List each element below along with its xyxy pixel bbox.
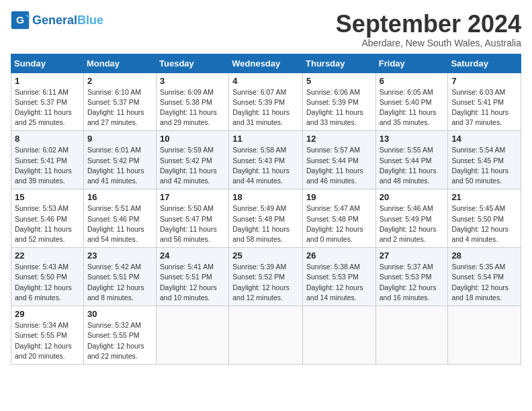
day-info: Sunrise: 6:07 AM Sunset: 5:39 PM Dayligh… xyxy=(232,87,299,128)
day-info: Sunrise: 5:58 AM Sunset: 5:43 PM Dayligh… xyxy=(232,145,299,186)
calendar-cell: 4Sunrise: 6:07 AM Sunset: 5:39 PM Daylig… xyxy=(229,73,303,131)
calendar-cell xyxy=(448,306,521,365)
calendar-cell xyxy=(375,306,448,365)
calendar-cell: 3Sunrise: 6:09 AM Sunset: 5:38 PM Daylig… xyxy=(157,73,229,131)
day-number: 18 xyxy=(232,192,299,202)
day-number: 15 xyxy=(15,192,80,202)
calendar-cell: 16Sunrise: 5:51 AM Sunset: 5:46 PM Dayli… xyxy=(83,189,156,248)
calendar-cell: 30Sunrise: 5:32 AM Sunset: 5:55 PM Dayli… xyxy=(83,306,156,365)
day-number: 9 xyxy=(87,134,152,144)
calendar-cell: 8Sunrise: 6:02 AM Sunset: 5:41 PM Daylig… xyxy=(11,131,84,189)
calendar-cell xyxy=(303,306,376,365)
day-info: Sunrise: 6:05 AM Sunset: 5:40 PM Dayligh… xyxy=(380,87,445,128)
day-number: 26 xyxy=(306,250,372,261)
day-number: 10 xyxy=(160,134,225,144)
day-number: 30 xyxy=(87,309,152,319)
day-info: Sunrise: 5:32 AM Sunset: 5:55 PM Dayligh… xyxy=(87,320,152,361)
day-info: Sunrise: 6:01 AM Sunset: 5:42 PM Dayligh… xyxy=(87,145,152,186)
day-number: 28 xyxy=(451,250,517,261)
day-number: 3 xyxy=(160,76,225,86)
col-sunday: Sunday xyxy=(11,54,84,73)
day-info: Sunrise: 5:39 AM Sunset: 5:52 PM Dayligh… xyxy=(232,262,299,303)
day-info: Sunrise: 6:02 AM Sunset: 5:41 PM Dayligh… xyxy=(15,145,80,186)
title-block: September 2024 Aberdare, New South Wales… xyxy=(336,11,521,48)
col-friday: Friday xyxy=(375,54,448,73)
col-tuesday: Tuesday xyxy=(157,54,229,73)
day-info: Sunrise: 5:41 AM Sunset: 5:51 PM Dayligh… xyxy=(160,262,225,303)
calendar-week-3: 15Sunrise: 5:53 AM Sunset: 5:46 PM Dayli… xyxy=(11,189,521,248)
day-info: Sunrise: 5:49 AM Sunset: 5:48 PM Dayligh… xyxy=(232,203,299,244)
calendar-cell: 18Sunrise: 5:49 AM Sunset: 5:48 PM Dayli… xyxy=(229,189,303,248)
day-info: Sunrise: 5:45 AM Sunset: 5:50 PM Dayligh… xyxy=(451,203,517,244)
calendar-cell: 12Sunrise: 5:57 AM Sunset: 5:44 PM Dayli… xyxy=(303,131,376,189)
day-number: 6 xyxy=(380,76,445,86)
calendar-cell: 22Sunrise: 5:43 AM Sunset: 5:50 PM Dayli… xyxy=(11,248,84,306)
day-number: 16 xyxy=(87,192,152,202)
day-number: 27 xyxy=(380,250,445,261)
logo-icon: G xyxy=(11,11,30,30)
svg-text:G: G xyxy=(16,14,24,26)
day-number: 14 xyxy=(451,134,517,144)
day-info: Sunrise: 5:54 AM Sunset: 5:45 PM Dayligh… xyxy=(451,145,517,186)
day-number: 11 xyxy=(232,134,299,144)
day-number: 25 xyxy=(232,250,299,261)
day-info: Sunrise: 5:51 AM Sunset: 5:46 PM Dayligh… xyxy=(87,203,152,244)
day-info: Sunrise: 5:50 AM Sunset: 5:47 PM Dayligh… xyxy=(160,203,225,244)
calendar-cell: 2Sunrise: 6:10 AM Sunset: 5:37 PM Daylig… xyxy=(83,73,156,131)
calendar-cell: 26Sunrise: 5:38 AM Sunset: 5:53 PM Dayli… xyxy=(303,248,376,306)
calendar-cell: 21Sunrise: 5:45 AM Sunset: 5:50 PM Dayli… xyxy=(448,189,521,248)
calendar-header: Sunday Monday Tuesday Wednesday Thursday… xyxy=(11,54,521,73)
calendar-table: Sunday Monday Tuesday Wednesday Thursday… xyxy=(11,54,521,365)
col-monday: Monday xyxy=(83,54,156,73)
calendar-cell: 27Sunrise: 5:37 AM Sunset: 5:53 PM Dayli… xyxy=(375,248,448,306)
day-info: Sunrise: 5:35 AM Sunset: 5:54 PM Dayligh… xyxy=(451,262,517,303)
day-info: Sunrise: 5:59 AM Sunset: 5:42 PM Dayligh… xyxy=(160,145,225,186)
day-number: 21 xyxy=(451,192,517,202)
day-number: 19 xyxy=(306,192,372,202)
day-number: 7 xyxy=(451,76,517,86)
calendar-cell: 25Sunrise: 5:39 AM Sunset: 5:52 PM Dayli… xyxy=(229,248,303,306)
calendar-cell: 28Sunrise: 5:35 AM Sunset: 5:54 PM Dayli… xyxy=(448,248,521,306)
logo-text: GeneralBlue xyxy=(32,13,103,28)
calendar-week-5: 29Sunrise: 5:34 AM Sunset: 5:55 PM Dayli… xyxy=(11,306,521,365)
location: Aberdare, New South Wales, Australia xyxy=(336,38,521,48)
day-number: 23 xyxy=(87,250,152,261)
calendar-cell xyxy=(229,306,303,365)
calendar-cell: 15Sunrise: 5:53 AM Sunset: 5:46 PM Dayli… xyxy=(11,189,84,248)
day-info: Sunrise: 5:37 AM Sunset: 5:53 PM Dayligh… xyxy=(380,262,445,303)
day-info: Sunrise: 5:47 AM Sunset: 5:48 PM Dayligh… xyxy=(306,203,372,244)
logo: G GeneralBlue xyxy=(11,11,103,30)
calendar-body: 1Sunrise: 6:11 AM Sunset: 5:37 PM Daylig… xyxy=(11,73,521,364)
calendar-cell: 23Sunrise: 5:42 AM Sunset: 5:51 PM Dayli… xyxy=(83,248,156,306)
day-info: Sunrise: 6:11 AM Sunset: 5:37 PM Dayligh… xyxy=(15,87,80,128)
day-number: 13 xyxy=(380,134,445,144)
calendar-cell: 9Sunrise: 6:01 AM Sunset: 5:42 PM Daylig… xyxy=(83,131,156,189)
calendar-week-4: 22Sunrise: 5:43 AM Sunset: 5:50 PM Dayli… xyxy=(11,248,521,306)
day-number: 20 xyxy=(380,192,445,202)
calendar-cell: 6Sunrise: 6:05 AM Sunset: 5:40 PM Daylig… xyxy=(375,73,448,131)
calendar-cell xyxy=(157,306,229,365)
calendar-cell: 13Sunrise: 5:55 AM Sunset: 5:44 PM Dayli… xyxy=(375,131,448,189)
day-number: 12 xyxy=(306,134,372,144)
day-info: Sunrise: 5:34 AM Sunset: 5:55 PM Dayligh… xyxy=(15,320,80,361)
calendar-cell: 10Sunrise: 5:59 AM Sunset: 5:42 PM Dayli… xyxy=(157,131,229,189)
calendar-cell: 20Sunrise: 5:46 AM Sunset: 5:49 PM Dayli… xyxy=(375,189,448,248)
day-info: Sunrise: 5:53 AM Sunset: 5:46 PM Dayligh… xyxy=(15,203,80,244)
day-info: Sunrise: 6:10 AM Sunset: 5:37 PM Dayligh… xyxy=(87,87,152,128)
day-number: 4 xyxy=(232,76,299,86)
col-thursday: Thursday xyxy=(303,54,376,73)
day-info: Sunrise: 5:43 AM Sunset: 5:50 PM Dayligh… xyxy=(15,262,80,303)
calendar-cell: 29Sunrise: 5:34 AM Sunset: 5:55 PM Dayli… xyxy=(11,306,84,365)
calendar-week-2: 8Sunrise: 6:02 AM Sunset: 5:41 PM Daylig… xyxy=(11,131,521,189)
day-info: Sunrise: 5:42 AM Sunset: 5:51 PM Dayligh… xyxy=(87,262,152,303)
calendar-cell: 1Sunrise: 6:11 AM Sunset: 5:37 PM Daylig… xyxy=(11,73,84,131)
month-title: September 2024 xyxy=(336,11,521,38)
calendar-cell: 7Sunrise: 6:03 AM Sunset: 5:41 PM Daylig… xyxy=(448,73,521,131)
day-info: Sunrise: 6:06 AM Sunset: 5:39 PM Dayligh… xyxy=(306,87,372,128)
calendar-cell: 19Sunrise: 5:47 AM Sunset: 5:48 PM Dayli… xyxy=(303,189,376,248)
page-header: G GeneralBlue September 2024 Aberdare, N… xyxy=(11,11,521,48)
day-info: Sunrise: 6:03 AM Sunset: 5:41 PM Dayligh… xyxy=(451,87,517,128)
calendar-cell: 5Sunrise: 6:06 AM Sunset: 5:39 PM Daylig… xyxy=(303,73,376,131)
day-info: Sunrise: 5:57 AM Sunset: 5:44 PM Dayligh… xyxy=(306,145,372,186)
day-info: Sunrise: 5:38 AM Sunset: 5:53 PM Dayligh… xyxy=(306,262,372,303)
